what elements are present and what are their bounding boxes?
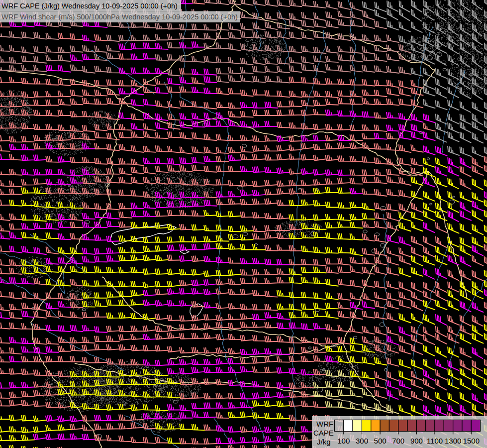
svg-text:500: 500 xyxy=(374,437,387,445)
svg-text:1500: 1500 xyxy=(463,437,480,445)
svg-text:100: 100 xyxy=(337,437,350,445)
svg-text:WRF CAPE (J/kg) Wednesday 10-0: WRF CAPE (J/kg) Wednesday 10-09-2025 00:… xyxy=(1,2,178,10)
svg-text:J/kg: J/kg xyxy=(317,438,331,446)
svg-text:WRF: WRF xyxy=(316,420,333,428)
svg-text:WRF Wind shear (m/s) 500/1000h: WRF Wind shear (m/s) 500/1000hPa Wednesd… xyxy=(1,13,238,21)
svg-text:700: 700 xyxy=(392,437,404,445)
svg-text:300: 300 xyxy=(356,437,368,445)
svg-text:1300: 1300 xyxy=(445,437,461,445)
svg-text:900: 900 xyxy=(410,437,423,445)
svg-text:CAPE: CAPE xyxy=(313,429,334,437)
svg-text:1100: 1100 xyxy=(427,437,443,445)
